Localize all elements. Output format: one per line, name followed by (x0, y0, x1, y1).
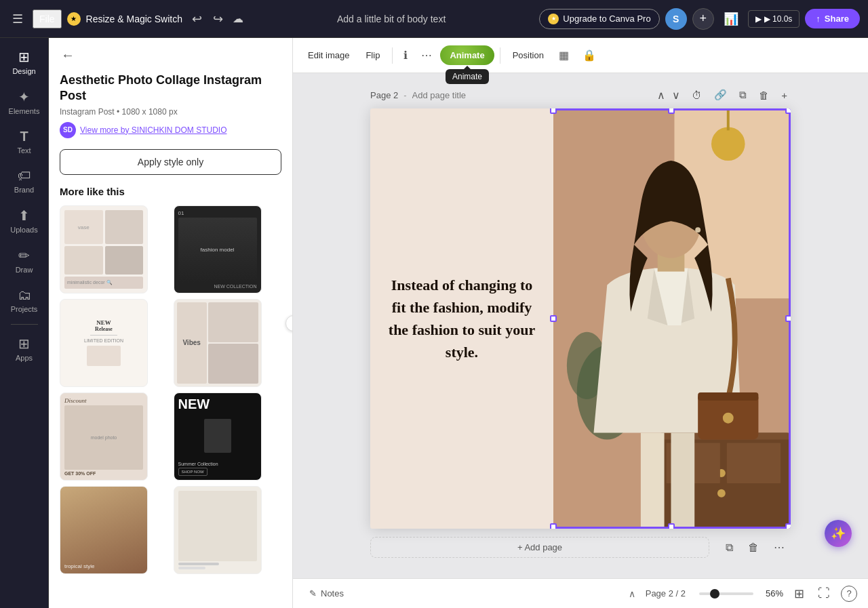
play-duration-label: ▶ 10.0s (764, 14, 793, 24)
selection-handle-bottom-right[interactable] (785, 523, 791, 529)
svg-rect-17 (698, 392, 758, 401)
share-label: Share (825, 14, 849, 24)
more-options-button[interactable]: ⋯ (416, 45, 437, 66)
sidebar-item-draw[interactable]: ✏ Draw (3, 242, 46, 279)
notes-label: Notes (321, 588, 344, 599)
svg-rect-13 (671, 433, 695, 527)
hamburger-menu-button[interactable]: ☰ (8, 9, 27, 29)
play-icon: ▶ (755, 14, 762, 24)
info-icon: ℹ (403, 49, 408, 62)
uploads-icon: ⬆ (18, 207, 30, 224)
lock-icon: 🔒 (583, 49, 596, 62)
edit-image-button[interactable]: Edit image (301, 46, 356, 64)
copy-page-button[interactable]: ⧉ (720, 538, 738, 557)
panel-back-button[interactable]: ← (60, 46, 76, 64)
delete-page-button[interactable]: 🗑 (743, 538, 764, 557)
redo-button[interactable]: ↪ (209, 9, 227, 29)
main-content: ⊞ Design ✦ Elements T Text 🏷 Brand ⬆ Upl… (0, 38, 868, 608)
page-add-button[interactable]: + (778, 87, 791, 103)
page-down-button[interactable]: ∨ (669, 87, 683, 103)
sidebar-item-design[interactable]: ⊞ Design (3, 43, 46, 81)
fullscreen-button[interactable]: ⛶ (815, 584, 833, 603)
selection-handle-top-middle[interactable] (668, 108, 675, 114)
apps-icon: ⊞ (18, 336, 30, 352)
author-name-link[interactable]: View more by SINICHKIN DOM STUDIO (80, 125, 226, 135)
draw-icon: ✏ (18, 247, 30, 264)
elements-icon: ✦ (18, 89, 30, 105)
page-link-button[interactable]: 🔗 (711, 87, 730, 103)
selection-handle-middle-right[interactable] (785, 315, 791, 322)
undo-button[interactable]: ↩ (188, 9, 206, 29)
share-button[interactable]: ↑ Share (805, 9, 860, 28)
sidebar-item-elements[interactable]: ✦ Elements (3, 83, 46, 121)
template-thumbnail-7[interactable]: tropical style (60, 486, 148, 574)
template-thumbnail-3[interactable]: NEW Release LIMITED EDITION (60, 299, 148, 387)
notes-button[interactable]: ✎ Notes (304, 585, 349, 602)
document-title[interactable]: Add a little bit of body text (329, 11, 454, 27)
page-delete-button[interactable]: 🗑 (755, 87, 772, 103)
help-button[interactable]: ? (841, 586, 857, 602)
analytics-button[interactable]: 📊 (719, 9, 743, 29)
more-icon: ⋯ (421, 49, 432, 62)
post-photo-panel[interactable]: ↻ ↺ (553, 108, 791, 529)
svg-point-19 (695, 227, 701, 232)
template-thumbnail-4[interactable]: Vibes (174, 299, 262, 387)
icon-sidebar: ⊞ Design ✦ Elements T Text 🏷 Brand ⬆ Upl… (0, 38, 49, 608)
selection-handle-top-right[interactable] (785, 108, 791, 114)
template-thumbnail-6[interactable]: NEW Summer Collection SHOP NOW (174, 392, 262, 481)
selection-handle-bottom-middle[interactable] (668, 523, 675, 529)
zoom-slider-wrapper (699, 592, 753, 595)
lock-button[interactable]: 🔒 (577, 45, 601, 66)
page-copy-button[interactable]: ⧉ (736, 87, 750, 103)
selection-handle-top-left[interactable] (550, 108, 557, 114)
magic-ai-button[interactable]: ✨ (825, 520, 852, 547)
selection-handle-middle-left[interactable] (550, 315, 557, 322)
topbar-right: ★ Upgrade to Canva Pro S + 📊 ▶ ▶ 10.0s ↑… (539, 8, 860, 30)
zoom-slider[interactable] (699, 592, 753, 595)
sidebar-item-text[interactable]: T Text (3, 123, 46, 160)
template-info: Aesthetic Photo Collage Instagram Post I… (49, 73, 292, 149)
more-page-options-button[interactable]: ⋯ (768, 538, 790, 557)
transparency-button[interactable]: ▦ (553, 45, 574, 66)
view-toggle-button[interactable]: ⊞ (791, 584, 807, 604)
upgrade-button[interactable]: ★ Upgrade to Canva Pro (539, 9, 659, 29)
template-thumbnail-2[interactable]: 01 fashion model NEW COLLECTION (174, 205, 262, 293)
sidebar-item-brand[interactable]: 🏷 Brand (3, 163, 46, 199)
flip-button[interactable]: Flip (359, 46, 387, 64)
zoom-area: 56% (699, 588, 783, 599)
svg-rect-3 (727, 110, 730, 130)
page-timing-button[interactable]: ⏱ (688, 87, 705, 103)
sidebar-item-uploads[interactable]: ⬆ Uploads (3, 202, 46, 239)
scroll-up-indicator[interactable]: ∧ (627, 586, 637, 601)
template-grid: vase minimalistic decor 🔍 01 fashion mod… (49, 205, 292, 585)
author-row: SD View more by SINICHKIN DOM STUDIO (60, 122, 281, 138)
uploads-label: Uploads (10, 226, 37, 234)
sidebar-item-projects[interactable]: 🗂 Projects (3, 282, 46, 319)
projects-label: Projects (11, 305, 38, 313)
page-up-button[interactable]: ∧ (654, 87, 668, 103)
add-page-button[interactable]: + Add page (370, 537, 709, 558)
svg-point-7 (717, 489, 726, 498)
position-button[interactable]: Position (506, 46, 551, 64)
canvas-viewport[interactable]: Page 2 - ∧ ∨ ⏱ 🔗 ⧉ 🗑 + Instead of changi… (293, 73, 868, 578)
template-thumbnail-5[interactable]: Discount model photo GET 30% OFF (60, 392, 148, 481)
play-button[interactable]: ▶ ▶ 10.0s (748, 10, 800, 28)
sidebar-item-apps[interactable]: ⊞ Apps (3, 330, 46, 367)
apply-style-button[interactable]: Apply style only (60, 149, 281, 175)
page-dash: - (403, 90, 406, 100)
selection-handle-bottom-left[interactable] (550, 523, 557, 529)
zoom-label: 56% (759, 588, 783, 599)
add-collaborator-button[interactable]: + (692, 8, 714, 30)
svg-point-18 (723, 413, 734, 424)
cloud-save-icon: ☁ (233, 12, 243, 25)
post-left-panel: Instead of changing to fit the fashion, … (370, 108, 553, 529)
more-like-this-label: More like this (49, 186, 292, 197)
page-title-input[interactable] (412, 90, 526, 100)
panel-header: ← (49, 38, 292, 73)
file-menu-button[interactable]: File (33, 9, 62, 28)
info-button[interactable]: ℹ (398, 45, 413, 66)
template-thumbnail-1[interactable]: vase minimalistic decor 🔍 (60, 205, 148, 293)
sidebar-divider (11, 324, 38, 325)
user-avatar-button[interactable]: S (665, 8, 687, 30)
template-thumbnail-8[interactable] (174, 486, 262, 574)
